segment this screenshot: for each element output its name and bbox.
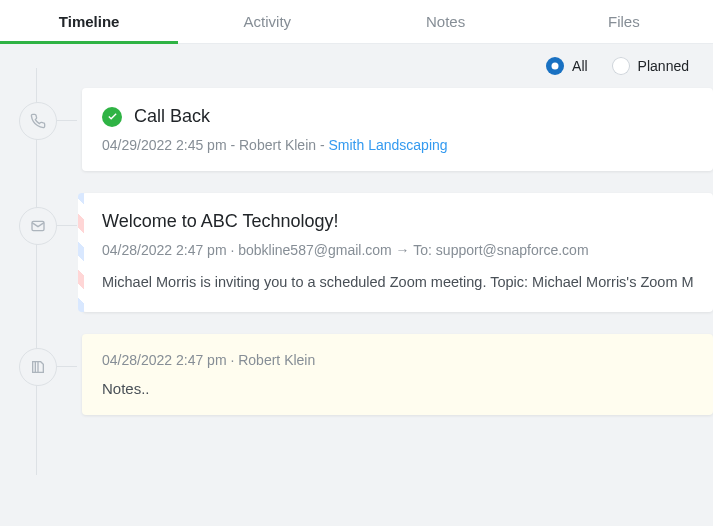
meta-sep: -: [316, 137, 328, 153]
card-meta: 04/28/2022 2:47 pm · Robert Klein: [102, 352, 693, 368]
connector: [57, 225, 77, 226]
card-title: Welcome to ABC Technology!: [102, 211, 338, 232]
meta-sep: ·: [227, 242, 239, 258]
meta-time: 04/28/2022 2:47 pm: [102, 352, 227, 368]
filter-row: All Planned: [0, 44, 713, 88]
timeline: Call Back 04/29/2022 2:45 pm - Robert Kl…: [0, 88, 713, 415]
email-body: Michael Morris is inviting you to a sche…: [102, 272, 693, 294]
card-title: Call Back: [134, 106, 210, 127]
tab-bar: Timeline Activity Notes Files: [0, 0, 713, 44]
filter-planned-label: Planned: [638, 58, 689, 74]
card-meta: 04/29/2022 2:45 pm - Robert Klein - Smit…: [102, 137, 693, 153]
radio-dot-icon: [546, 57, 564, 75]
filter-planned-radio[interactable]: Planned: [612, 57, 689, 75]
tab-label: Activity: [244, 13, 292, 30]
note-card[interactable]: 04/28/2022 2:47 pm · Robert Klein Notes.…: [82, 334, 713, 415]
call-card[interactable]: Call Back 04/29/2022 2:45 pm - Robert Kl…: [82, 88, 713, 171]
radio-dot-icon: [612, 57, 630, 75]
card-meta: 04/28/2022 2:47 pm · bobkline587@gmail.c…: [102, 242, 693, 258]
meta-from: bobkline587@gmail.com: [238, 242, 392, 258]
card-title-row: Call Back: [102, 106, 693, 127]
email-card[interactable]: Welcome to ABC Technology! 04/28/2022 2:…: [82, 193, 713, 312]
timeline-entry-call: Call Back 04/29/2022 2:45 pm - Robert Kl…: [82, 88, 713, 171]
meta-user: Robert Klein: [238, 352, 315, 368]
meta-user: Robert Klein: [239, 137, 316, 153]
connector: [57, 366, 77, 367]
meta-account-link[interactable]: Smith Landscaping: [329, 137, 448, 153]
meta-sep: -: [227, 137, 239, 153]
tab-label: Timeline: [59, 13, 120, 30]
filter-all-radio[interactable]: All: [546, 57, 588, 75]
timeline-entry-note: 04/28/2022 2:47 pm · Robert Klein Notes.…: [82, 334, 713, 415]
tab-label: Notes: [426, 13, 465, 30]
timeline-entry-email: Welcome to ABC Technology! 04/28/2022 2:…: [82, 193, 713, 312]
meta-time: 04/29/2022 2:45 pm: [102, 137, 227, 153]
meta-arrow: →: [392, 242, 414, 258]
tab-activity[interactable]: Activity: [178, 0, 356, 43]
note-icon: [19, 348, 57, 386]
phone-icon: [19, 102, 57, 140]
status-done-icon: [102, 107, 122, 127]
connector: [57, 120, 77, 121]
meta-to-label: To:: [413, 242, 436, 258]
mail-icon: [19, 207, 57, 245]
meta-to: support@snapforce.com: [436, 242, 589, 258]
meta-sep: ·: [227, 352, 239, 368]
card-title-row: Welcome to ABC Technology!: [102, 211, 693, 232]
tab-timeline[interactable]: Timeline: [0, 0, 178, 43]
filter-all-label: All: [572, 58, 588, 74]
meta-time: 04/28/2022 2:47 pm: [102, 242, 227, 258]
tab-label: Files: [608, 13, 640, 30]
tab-files[interactable]: Files: [535, 0, 713, 43]
tab-notes[interactable]: Notes: [357, 0, 535, 43]
note-body: Notes..: [102, 380, 693, 397]
